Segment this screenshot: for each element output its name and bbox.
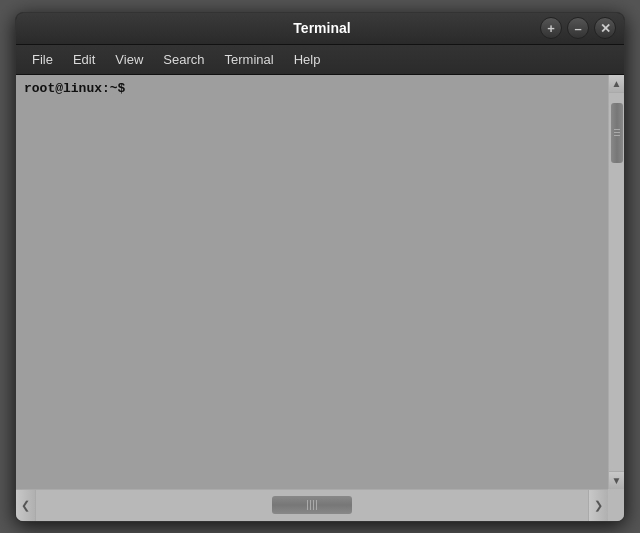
grip-line-h bbox=[316, 500, 317, 510]
scrollbar-vertical-thumb[interactable] bbox=[611, 103, 623, 163]
menu-search[interactable]: Search bbox=[153, 48, 214, 71]
scroll-up-button[interactable]: ▲ bbox=[609, 75, 625, 93]
terminal-window: Terminal + – ✕ File Edit View Search Ter… bbox=[15, 12, 625, 522]
scroll-right-icon: ❯ bbox=[594, 499, 603, 512]
menu-file[interactable]: File bbox=[22, 48, 63, 71]
grip-line-h bbox=[310, 500, 311, 510]
window-controls: + – ✕ bbox=[540, 17, 616, 39]
menu-bar: File Edit View Search Terminal Help bbox=[16, 45, 624, 75]
window-title: Terminal bbox=[104, 20, 540, 36]
add-button[interactable]: + bbox=[540, 17, 562, 39]
menu-terminal[interactable]: Terminal bbox=[215, 48, 284, 71]
scroll-down-button[interactable]: ▼ bbox=[609, 471, 625, 489]
minimize-button[interactable]: – bbox=[567, 17, 589, 39]
close-button[interactable]: ✕ bbox=[594, 17, 616, 39]
scroll-right-button[interactable]: ❯ bbox=[588, 490, 608, 521]
bottom-area: ❮ ❯ bbox=[16, 489, 624, 521]
menu-view[interactable]: View bbox=[105, 48, 153, 71]
terminal-body: root@linux:~$ ▲ ▼ bbox=[16, 75, 624, 489]
terminal-prompt: root@linux:~$ bbox=[24, 81, 125, 96]
scroll-down-icon: ▼ bbox=[612, 475, 622, 486]
scroll-up-icon: ▲ bbox=[612, 78, 622, 89]
grip-line bbox=[614, 135, 620, 136]
scrollbar-horizontal-thumb[interactable] bbox=[272, 496, 352, 514]
menu-help[interactable]: Help bbox=[284, 48, 331, 71]
grip-line-h bbox=[307, 500, 308, 510]
menu-edit[interactable]: Edit bbox=[63, 48, 105, 71]
thumb-grip bbox=[614, 129, 620, 136]
scroll-left-button[interactable]: ❮ bbox=[16, 490, 36, 521]
grip-line bbox=[614, 132, 620, 133]
grip-line bbox=[614, 129, 620, 130]
terminal-content[interactable]: root@linux:~$ bbox=[16, 75, 608, 489]
scrollbar-horizontal-track[interactable] bbox=[36, 490, 588, 521]
grip-line-h bbox=[313, 500, 314, 510]
scrollbar-corner bbox=[608, 489, 624, 521]
scrollbar-vertical: ▲ ▼ bbox=[608, 75, 624, 489]
scroll-left-icon: ❮ bbox=[21, 499, 30, 512]
title-bar: Terminal + – ✕ bbox=[16, 13, 624, 45]
scrollbar-vertical-track[interactable] bbox=[609, 93, 625, 471]
